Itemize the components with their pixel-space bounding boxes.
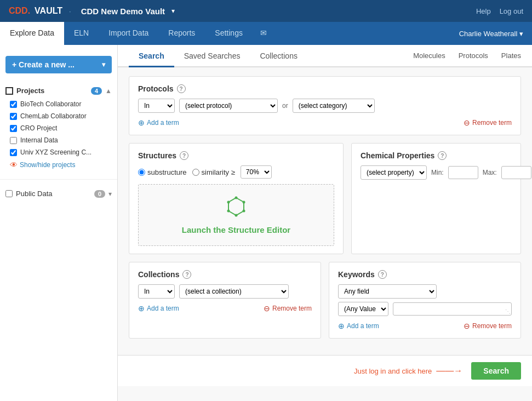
vault-dropdown-icon[interactable]: ▾ xyxy=(171,7,175,15)
remove-term-minus-icon: ⊖ xyxy=(464,118,470,127)
collections-add-term[interactable]: ⊕ Add a term xyxy=(138,304,179,313)
collections-add-term-plus-icon: ⊕ xyxy=(138,304,145,313)
keywords-add-term-label: Add a term xyxy=(347,322,379,330)
project-label-internal: Internal Data xyxy=(20,136,58,144)
protocols-remove-term[interactable]: ⊖ Remove term xyxy=(464,118,512,127)
collections-in-select[interactable]: In Not In xyxy=(138,284,175,299)
top-bar-left: CDD. VAULT · CDD New Demo Vault ▾ xyxy=(9,6,175,16)
nav-tab-import-data[interactable]: Import Data xyxy=(99,22,158,45)
show-hide-projects-link[interactable]: 👁 Show/hide projects xyxy=(0,158,117,171)
public-data-label: Public Data xyxy=(16,190,52,198)
create-new-button[interactable]: + Create a new ... ▾ xyxy=(5,56,112,73)
protocols-add-term-label: Add a term xyxy=(147,119,179,127)
keywords-terms-row: ⊕ Add a term ⊖ Remove term xyxy=(338,322,512,330)
substructure-radio[interactable] xyxy=(138,169,145,176)
public-data-checkbox[interactable] xyxy=(5,190,13,197)
help-link[interactable]: Help xyxy=(476,7,491,15)
structure-editor-label: Launch the Structure Editor xyxy=(182,225,290,234)
similarity-radio-label[interactable]: similarity ≥ xyxy=(192,168,235,176)
content-tabs-left: Search Saved Searches Collections xyxy=(129,45,307,66)
project-checkbox-univ[interactable] xyxy=(10,149,17,156)
svg-point-5 xyxy=(227,210,230,213)
logout-link[interactable]: Log out xyxy=(500,7,523,15)
collections-remove-term[interactable]: ⊖ Remove term xyxy=(264,304,312,313)
resize-handle-icon: ⋱ xyxy=(505,308,511,314)
projects-badge: 4 xyxy=(91,87,102,95)
svg-point-1 xyxy=(235,197,238,199)
collections-help-icon[interactable]: ? xyxy=(182,270,191,279)
public-data-label-row: Public Data xyxy=(5,190,52,198)
tab-plates[interactable]: Plates xyxy=(501,51,521,60)
chem-property-select[interactable]: (select property) xyxy=(361,165,427,180)
keywords-field-select[interactable]: Any field xyxy=(338,284,437,299)
projects-header[interactable]: Projects 4 ▲ xyxy=(0,83,117,98)
keywords-remove-term[interactable]: ⊖ Remove term xyxy=(464,322,512,330)
protocol-row: In Not In (select protocol) or (select c… xyxy=(138,99,512,113)
chemical-properties-box: Chemical Properties ? (select property) … xyxy=(351,143,521,254)
tab-saved-searches[interactable]: Saved Searches xyxy=(174,45,250,67)
user-menu[interactable]: Charlie Weatherall ▾ xyxy=(459,30,532,38)
similarity-radio[interactable] xyxy=(192,169,199,176)
project-label-cro: CRO Project xyxy=(20,124,57,132)
project-item: Univ XYZ Screening C... xyxy=(0,146,117,158)
chem-props-title: Chemical Properties ? xyxy=(361,151,512,160)
keywords-text-input[interactable] xyxy=(393,302,512,316)
nav-tab-settings[interactable]: Settings xyxy=(205,22,253,45)
chem-props-help-icon[interactable]: ? xyxy=(438,151,447,160)
structures-title: Structures ? xyxy=(138,151,334,160)
nav-tab-reports[interactable]: Reports xyxy=(158,22,205,45)
eye-icon: 👁 xyxy=(10,161,18,169)
top-bar-right: Help Log out xyxy=(476,7,523,15)
structure-editor-box[interactable]: Launch the Structure Editor xyxy=(138,184,334,246)
footer-arrow-icon: ——→ xyxy=(436,366,462,376)
nav-tab-email[interactable]: ✉ xyxy=(253,22,274,45)
keywords-help-icon[interactable]: ? xyxy=(378,270,387,279)
collection-select[interactable]: (select a collection) xyxy=(179,284,289,299)
min-input[interactable] xyxy=(448,166,478,179)
bottom-row: Collections ? In Not In (select a collec… xyxy=(129,262,521,346)
max-input[interactable] xyxy=(501,166,531,179)
tab-protocols[interactable]: Protocols xyxy=(459,51,488,60)
project-checkbox-biotech[interactable] xyxy=(10,101,17,108)
content-tabs-right: Molecules Protocols Plates xyxy=(413,51,521,60)
public-data-badge: 0 xyxy=(94,190,105,198)
tab-collections[interactable]: Collections xyxy=(250,45,307,67)
content-tabs: Search Saved Searches Collections Molecu… xyxy=(118,45,532,67)
project-label-chemlab: ChemLab Collaborator xyxy=(20,112,87,120)
logo-vault: VAULT xyxy=(35,6,62,16)
keywords-value-select[interactable]: (Any Value xyxy=(338,302,388,316)
category-select[interactable]: (select category) xyxy=(293,99,375,113)
project-checkbox-internal[interactable] xyxy=(10,137,17,144)
structures-help-icon[interactable]: ? xyxy=(180,151,188,160)
public-data-chevron-icon: ▾ xyxy=(108,190,112,198)
keywords-add-term-plus-icon: ⊕ xyxy=(338,322,345,330)
nav-tab-explore-data[interactable]: Explore Data xyxy=(0,22,64,45)
substructure-radio-label[interactable]: substructure xyxy=(138,168,187,176)
vault-name: CDD New Demo Vault xyxy=(81,7,165,16)
tab-molecules[interactable]: Molecules xyxy=(413,51,445,60)
keywords-add-term[interactable]: ⊕ Add a term xyxy=(338,322,379,330)
projects-label-row: Projects xyxy=(5,87,44,95)
protocols-remove-term-label: Remove term xyxy=(472,119,512,127)
projects-chevron-icon: ▲ xyxy=(105,87,112,95)
top-bar: CDD. VAULT · CDD New Demo Vault ▾ Help L… xyxy=(0,0,532,22)
substructure-label: substructure xyxy=(147,168,187,176)
project-checkbox-cro[interactable] xyxy=(10,125,17,132)
nav-tab-eln[interactable]: ELN xyxy=(64,22,99,45)
keywords-remove-term-label: Remove term xyxy=(472,322,512,330)
keywords-field-row: Any field xyxy=(338,284,512,299)
projects-label: Projects xyxy=(16,87,44,95)
tab-search[interactable]: Search xyxy=(129,45,174,67)
search-content: Protocols ? In Not In (select protocol) … xyxy=(118,67,532,355)
protocol-in-select[interactable]: In Not In xyxy=(138,99,175,113)
project-checkbox-chemlab[interactable] xyxy=(10,113,17,120)
protocols-help-icon[interactable]: ? xyxy=(177,84,186,93)
protocols-add-term[interactable]: ⊕ Add a term xyxy=(138,118,179,127)
protocols-title: Protocols ? xyxy=(138,84,512,93)
search-button[interactable]: Search xyxy=(471,362,521,380)
similarity-value-select[interactable]: 70% 80% 90% xyxy=(241,165,272,179)
collections-title: Collections ? xyxy=(138,270,312,279)
protocol-select[interactable]: (select protocol) xyxy=(179,99,278,113)
structures-label: Structures xyxy=(138,151,176,160)
projects-checkbox-icon xyxy=(5,87,13,95)
